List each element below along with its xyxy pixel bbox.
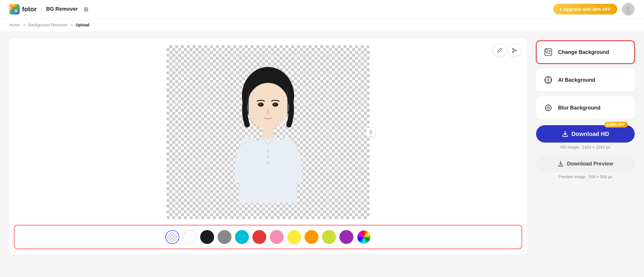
svg-rect-2 <box>12 10 14 12</box>
change-background-option[interactable]: Change Background <box>536 41 635 64</box>
color-swatch-purple[interactable] <box>339 230 353 244</box>
download-preview-section: Download Preview Preview Image · 500 × 5… <box>536 155 635 179</box>
svg-point-18 <box>267 156 269 158</box>
download-hd-section: ♦ 20% OFF Download HD HD Image · 1024 × … <box>536 125 635 150</box>
svg-point-4 <box>627 6 630 10</box>
svg-point-17 <box>267 150 269 152</box>
download-hd-icon <box>562 130 569 137</box>
color-palette <box>165 230 371 244</box>
discount-label: 20% OFF <box>610 123 625 127</box>
color-swatch-transparent[interactable] <box>165 230 179 244</box>
image-container <box>167 45 370 219</box>
svg-point-6 <box>513 48 514 50</box>
svg-point-15 <box>259 103 261 105</box>
upgrade-label: Upgrade with 20% OFF <box>564 7 611 12</box>
svg-rect-21 <box>371 130 372 134</box>
breadcrumb-current: Upload <box>76 23 89 27</box>
blur-background-icon <box>542 102 554 114</box>
change-background-icon <box>542 46 554 58</box>
svg-rect-3 <box>15 10 17 12</box>
svg-rect-0 <box>12 6 14 9</box>
header-left: fotor BG Remover ⊞ <box>9 4 88 14</box>
app-subtitle: BG Remover <box>46 6 78 12</box>
discount-diamond-icon: ♦ <box>607 123 609 127</box>
ai-background-option[interactable]: AI Background <box>536 68 635 92</box>
color-swatch-red[interactable] <box>252 230 266 244</box>
svg-rect-20 <box>370 130 370 134</box>
svg-point-30 <box>548 107 549 108</box>
brand-name: fotor <box>22 6 37 13</box>
color-swatch-pink[interactable] <box>270 230 284 244</box>
svg-point-11 <box>247 83 289 129</box>
color-swatch-gray[interactable] <box>218 230 231 244</box>
svg-point-7 <box>513 51 514 53</box>
canvas-toolbar <box>493 44 521 57</box>
pencil-tool-button[interactable] <box>493 44 506 57</box>
color-swatch-rainbow[interactable] <box>357 230 371 244</box>
svg-rect-1 <box>15 6 17 9</box>
download-hd-button[interactable]: Download HD <box>536 125 635 143</box>
download-preview-button[interactable]: Download Preview <box>536 155 635 172</box>
svg-point-5 <box>625 10 631 13</box>
blur-background-label: Blur Background <box>558 105 600 111</box>
change-background-label: Change Background <box>558 49 609 55</box>
svg-rect-23 <box>546 50 548 52</box>
main-content: Change Background AI Background <box>0 31 644 276</box>
upgrade-button[interactable]: ♦ Upgrade with 20% OFF <box>553 4 617 14</box>
download-preview-icon <box>558 161 564 167</box>
diamond-icon: ♦ <box>560 7 562 12</box>
blur-background-option[interactable]: Blur Background <box>536 96 635 119</box>
logo-icon <box>9 4 20 14</box>
color-swatch-orange[interactable] <box>305 230 319 244</box>
download-hd-size: HD Image · 1024 × 1024 px <box>536 145 635 150</box>
grid-icon[interactable]: ⊞ <box>84 6 88 13</box>
person-image <box>216 60 320 205</box>
fotor-logo[interactable]: fotor <box>9 4 37 14</box>
color-swatch-white[interactable] <box>183 230 197 244</box>
breadcrumb: Home > Background Remover > Upload <box>0 19 644 31</box>
person-svg <box>219 61 317 203</box>
color-swatch-black[interactable] <box>200 230 214 244</box>
ai-background-icon <box>542 74 554 86</box>
breadcrumb-sep2: > <box>70 23 73 27</box>
svg-point-16 <box>274 103 276 105</box>
header-right: ♦ Upgrade with 20% OFF <box>553 3 635 16</box>
header-divider <box>41 5 41 13</box>
app-header: fotor BG Remover ⊞ ♦ Upgrade with 20% OF… <box>0 0 644 19</box>
color-swatch-lime[interactable] <box>322 230 336 244</box>
breadcrumb-home[interactable]: Home <box>9 23 20 27</box>
download-preview-label: Download Preview <box>567 161 613 167</box>
ai-background-label: AI Background <box>558 77 595 83</box>
svg-point-24 <box>549 50 551 52</box>
color-swatch-cyan[interactable] <box>235 230 249 244</box>
breadcrumb-bg-remover[interactable]: Background Remover <box>28 23 67 27</box>
scissors-tool-button[interactable] <box>508 44 521 57</box>
download-preview-size: Preview Image · 500 × 500 px <box>536 174 635 179</box>
svg-point-19 <box>267 161 269 164</box>
discount-badge: ♦ 20% OFF <box>604 122 628 127</box>
color-swatch-yellow[interactable] <box>287 230 301 244</box>
right-panel: Change Background AI Background <box>536 38 635 179</box>
color-palette-container <box>14 225 522 249</box>
scroll-handle[interactable] <box>366 127 375 137</box>
user-avatar[interactable] <box>622 3 635 16</box>
canvas-area <box>9 38 527 254</box>
breadcrumb-sep1: > <box>23 23 25 27</box>
download-hd-label: Download HD <box>571 131 609 137</box>
